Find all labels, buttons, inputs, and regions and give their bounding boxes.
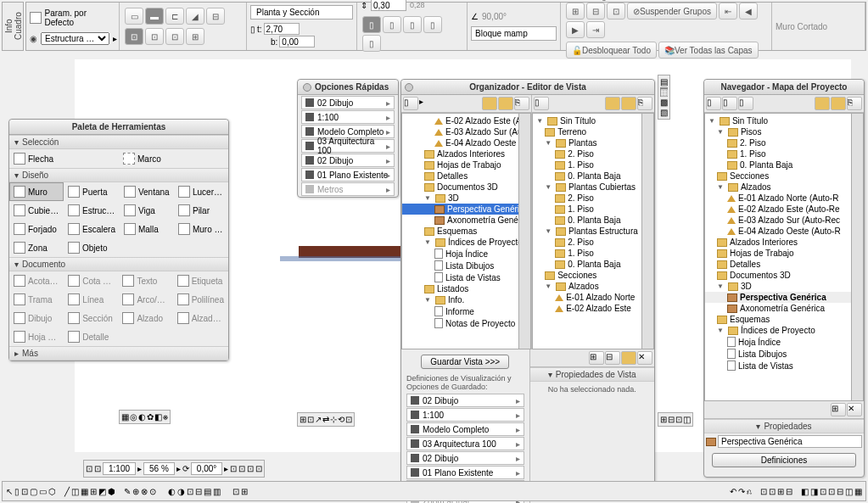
mt-17[interactable]: ◐: [168, 487, 176, 496]
et-4[interactable]: ⇄: [322, 415, 329, 424]
mode-btn-3[interactable]: ⊡: [165, 28, 184, 45]
etr-1[interactable]: ⊞: [660, 415, 667, 424]
stab-2[interactable]: ▦: [660, 87, 668, 97]
close-dot-icon[interactable]: [405, 83, 413, 92]
tool-poly[interactable]: Polilínea: [173, 290, 228, 309]
mt-28[interactable]: ⊡: [760, 487, 767, 496]
geom-btn-3[interactable]: ⊏: [165, 8, 184, 25]
wall-type-2[interactable]: ▯: [383, 16, 401, 33]
mt-7[interactable]: ╱: [64, 487, 70, 496]
vm-1[interactable]: ▦: [121, 412, 129, 422]
nav-first[interactable]: ⇤: [719, 3, 737, 20]
opt-4[interactable]: ✕: [637, 351, 652, 365]
prop-name-field[interactable]: [718, 435, 862, 448]
tool-marquee[interactable]: Marco: [119, 149, 228, 168]
height-icon[interactable]: ▯: [250, 25, 255, 34]
tool-drawing[interactable]: Dibujo: [9, 309, 64, 327]
geom-btn-2[interactable]: ▬: [145, 8, 164, 25]
nav-folder-1[interactable]: [815, 97, 830, 110]
block-select[interactable]: Bloque mamp: [471, 26, 557, 41]
q-row-5[interactable]: 02 Dibujo: [301, 154, 395, 167]
vm-6[interactable]: ⎈: [163, 412, 168, 422]
tool-section[interactable]: Sección: [64, 309, 118, 327]
tool-detail[interactable]: Detalle: [64, 327, 118, 346]
tool-stair[interactable]: Escalera: [64, 220, 120, 238]
geom-btn-1[interactable]: ▭: [125, 8, 143, 25]
et-6[interactable]: ⟲: [338, 415, 344, 424]
mode-btn-2[interactable]: ⊡: [145, 28, 164, 45]
mt-22[interactable]: ▥: [213, 487, 221, 496]
org-copy[interactable]: ⎘: [514, 97, 529, 110]
tool-text[interactable]: Texto: [118, 271, 172, 290]
opt-3[interactable]: [621, 351, 636, 365]
unlock-all-btn[interactable]: 🔓 Desbloquear Todo: [566, 42, 657, 59]
mt-23[interactable]: ⊡: [232, 487, 239, 496]
navigator-tree[interactable]: Sin Título Pisos 2. Piso 1. Piso 0. Plan…: [704, 113, 864, 401]
etr-2[interactable]: ⊟: [668, 415, 675, 424]
mt-12[interactable]: ⬢: [108, 487, 115, 496]
q-row-4[interactable]: 03 Arquitectura 100: [301, 139, 395, 153]
t-field[interactable]: [264, 23, 300, 35]
mt-6[interactable]: ⬡: [48, 487, 56, 496]
tool-beam[interactable]: Viga: [120, 201, 174, 220]
mt-18[interactable]: ◑: [177, 487, 185, 496]
et-3[interactable]: ↗: [315, 415, 322, 424]
mt-38[interactable]: ▦: [854, 487, 862, 496]
scrollbar[interactable]: [641, 114, 653, 349]
stab-4[interactable]: ▧: [660, 108, 668, 117]
nav-prev[interactable]: ◀: [739, 3, 758, 20]
layers-icon[interactable]: ◉: [30, 34, 37, 43]
mt-9[interactable]: ▦: [81, 487, 88, 496]
mt-8[interactable]: ◫: [71, 487, 79, 496]
b-row-2[interactable]: 1:100: [406, 408, 524, 422]
mt-35[interactable]: ⊡: [828, 487, 835, 496]
et-2[interactable]: ⊡: [307, 415, 314, 424]
tool-dim[interactable]: Acota…: [9, 271, 64, 290]
tool-mesh[interactable]: Malla: [120, 220, 174, 238]
mt-26[interactable]: ↷: [738, 487, 745, 496]
mt-29[interactable]: ⊡: [769, 487, 776, 496]
scale-field[interactable]: 1:100: [103, 462, 136, 475]
tool-level[interactable]: Cota …: [64, 271, 118, 290]
geom-btn-4[interactable]: ◢: [186, 8, 204, 25]
tool-wall[interactable]: Muro: [9, 182, 64, 201]
opt-2[interactable]: ⊟: [605, 351, 620, 365]
chevron-right-icon[interactable]: ▸: [113, 34, 117, 43]
show-all-layers-btn[interactable]: 📚 Ver Todas las Capas: [658, 42, 759, 59]
nav-bottom-1[interactable]: ⊞: [831, 403, 846, 416]
b-row-3[interactable]: Modelo Completo: [406, 422, 524, 436]
mt-31[interactable]: ⊟: [786, 487, 792, 496]
param-default-label[interactable]: Param. por Defecto: [45, 8, 115, 27]
stab-3[interactable]: ▩: [660, 98, 668, 107]
prop-vista-head[interactable]: Propiedades de Vista: [556, 370, 636, 379]
grp-2[interactable]: ⊟: [586, 3, 605, 20]
mt-36[interactable]: ⊟: [837, 487, 843, 496]
tool-elev[interactable]: Alzado: [118, 309, 172, 327]
mt-30[interactable]: ⊞: [777, 487, 784, 496]
mt-3[interactable]: ⊡: [21, 487, 28, 496]
nav-copy[interactable]: ⎘: [847, 97, 862, 110]
mt-32[interactable]: ◧: [801, 487, 809, 496]
opt-1[interactable]: ⊞: [589, 351, 604, 365]
mt-13[interactable]: ✎: [124, 487, 131, 496]
b-row-6[interactable]: 01 Plano Existente: [406, 466, 524, 479]
definitions-btn[interactable]: Definiciones: [712, 453, 855, 467]
sb-10[interactable]: ⊡: [255, 464, 262, 473]
q-row-1[interactable]: 02 Dibujo: [301, 96, 395, 109]
mt-2[interactable]: ▯: [14, 487, 20, 496]
vm-2[interactable]: ◎: [130, 412, 137, 422]
tool-arc[interactable]: Arco/…: [118, 290, 172, 309]
nav-folder-2[interactable]: [831, 97, 846, 110]
tool-skylight[interactable]: Lucer…: [174, 182, 228, 201]
tool-door[interactable]: Puerta: [64, 182, 120, 201]
mt-24[interactable]: ⊞: [241, 487, 248, 496]
org-copy-r[interactable]: ⎘: [637, 97, 652, 110]
b-row-5[interactable]: 02 Dibujo: [406, 451, 524, 465]
mode-btn-1[interactable]: ⊡: [125, 28, 143, 45]
planta-seccion-btn[interactable]: Planta y Sección: [250, 5, 353, 20]
org-tab-r1[interactable]: ▯: [534, 97, 549, 110]
mode-btn-4[interactable]: ⊞: [186, 28, 204, 45]
etr-3[interactable]: ⊡: [675, 415, 682, 424]
nav-prop-head[interactable]: Propiedades: [764, 422, 811, 431]
tool-sheet[interactable]: Hoja …: [9, 327, 64, 346]
